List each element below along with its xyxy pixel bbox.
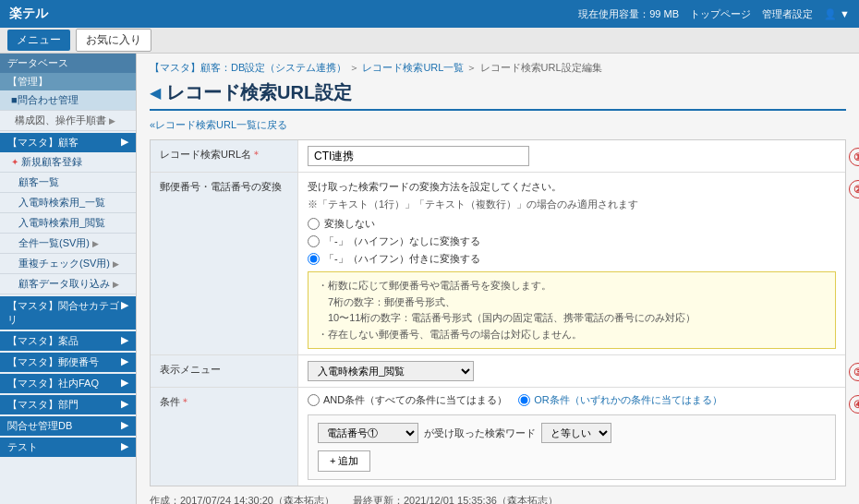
storage-info: 現在使用容量：99 MB bbox=[578, 7, 679, 21]
sidebar-group-customer[interactable]: 【マスタ】顧客▶ bbox=[0, 133, 136, 152]
form-row-menu: 表示メニュー 入電時検索用_閲覧 入電時検索用_一覧 顧客一覧 ③ bbox=[151, 355, 845, 388]
form-row-condition: 条件 ＊ AND条件（すべての条件に当てはまる） OR条件（いずれかの条件に当て… bbox=[151, 388, 845, 486]
add-condition-button[interactable]: + 追加 bbox=[318, 450, 370, 472]
radio-none[interactable]: 変換しない bbox=[308, 217, 836, 231]
sidebar-group-product[interactable]: 【マスタ】案品▶ bbox=[0, 331, 136, 351]
sidebar-item-customer-list[interactable]: 顧客一覧 bbox=[0, 173, 136, 193]
condition-row-1: 電話番号① 電話番号② FAX番号 メールアドレス が受け取った検索ワード と等… bbox=[318, 423, 826, 443]
radio-group-conversion: 変換しない 「-」（ハイフン）なしに変換する 「-」（ハイフン）付きに変換する bbox=[308, 217, 836, 266]
sidebar-item-search2[interactable]: 入電時検索用_閲覧 bbox=[0, 213, 136, 234]
breadcrumb: 【マスタ】顧客：DB設定（システム連携） ＞ レコード検索URL一覧 ＞ レコー… bbox=[150, 61, 846, 75]
header-right: 現在使用容量：99 MB トップページ 管理者設定 👤 ▼ bbox=[578, 7, 850, 21]
condition-field-select[interactable]: 電話番号① 電話番号② FAX番号 メールアドレス bbox=[318, 423, 418, 443]
favorite-button[interactable]: お気に入り bbox=[76, 29, 151, 52]
condition-box: 電話番号① 電話番号② FAX番号 メールアドレス が受け取った検索ワード と等… bbox=[308, 414, 836, 480]
form-label-conversion: 郵便番号・電話番号の変換 bbox=[151, 173, 298, 354]
sidebar-item-import[interactable]: 顧客データ取り込み▶ bbox=[0, 274, 136, 294]
menu-select[interactable]: 入電時検索用_閲覧 入電時検索用_一覧 顧客一覧 bbox=[308, 361, 474, 381]
sidebar-group-db[interactable]: 関合せ管理DB▶ bbox=[0, 416, 136, 436]
sidebar-group-zipcode[interactable]: 【マスタ】郵便番号▶ bbox=[0, 353, 136, 372]
condition-and-or: AND条件（すべての条件に当てはまる） OR条件（いずれかの条件に当てはまる） bbox=[308, 393, 836, 407]
main-layout: データベース 【管理】 ■問合わせ管理 構成図、操作手順書▶ 【マスタ】顧客▶ … bbox=[0, 54, 859, 504]
sidebar-database[interactable]: データベース bbox=[0, 54, 136, 73]
sidebar-group-faq[interactable]: 【マスタ】社内FAQ▶ bbox=[0, 374, 136, 393]
back-link-top[interactable]: «レコード検索URL一覧に戻る bbox=[150, 118, 846, 132]
conversion-hint-title: 受け取った検索ワードの変換方法を設定してください。 bbox=[308, 180, 836, 194]
number-circle-4: ④ bbox=[849, 395, 859, 414]
header: 楽テル 現在使用容量：99 MB トップページ 管理者設定 👤 ▼ bbox=[0, 0, 859, 28]
breadcrumb-part1[interactable]: 【マスタ】顧客：DB設定（システム連携） bbox=[150, 62, 346, 73]
form-row-url-name: レコード検索URL名 ＊ ① bbox=[151, 140, 845, 173]
form-value-condition: AND条件（すべての条件に当てはまる） OR条件（いずれかの条件に当てはまる） … bbox=[298, 388, 845, 486]
number-circle-2: ② bbox=[849, 180, 859, 198]
form-label-menu: 表示メニュー bbox=[151, 355, 298, 387]
radio-with-hyphen[interactable]: 「-」（ハイフン）付きに変換する bbox=[308, 252, 836, 266]
content-area: 【マスタ】顧客：DB設定（システム連携） ＞ レコード検索URL一覧 ＞ レコー… bbox=[137, 54, 859, 504]
sidebar-item-dup-check[interactable]: 重複チェック(SV用)▶ bbox=[0, 254, 136, 274]
radio-or[interactable]: OR条件（いずれかの条件に当てはまる） bbox=[518, 393, 722, 407]
form-value-conversion: 受け取った検索ワードの変換方法を設定してください。 ※「テキスト（1行）」「テキ… bbox=[298, 173, 845, 354]
required-mark-1: ＊ bbox=[251, 148, 261, 162]
form-container: レコード検索URL名 ＊ ① 郵便番号・電話番号の変換 受け取った検索ワードの変… bbox=[150, 139, 846, 486]
required-mark-4: ＊ bbox=[180, 395, 190, 409]
menu-button[interactable]: メニュー bbox=[7, 30, 70, 51]
radio-without-hyphen[interactable]: 「-」（ハイフン）なしに変換する bbox=[308, 234, 836, 248]
admin-link[interactable]: 管理者設定 bbox=[762, 7, 813, 21]
sidebar-management: 【管理】 bbox=[0, 73, 136, 90]
sidebar-item-all-sv[interactable]: 全件一覧(SV用)▶ bbox=[0, 234, 136, 254]
footer-info: 作成：2017/07/24 14:30:20（森本拓志） 最終更新：2021/1… bbox=[150, 494, 846, 504]
logo: 楽テル bbox=[9, 6, 48, 22]
breadcrumb-part3: レコード検索URL設定編集 bbox=[480, 62, 602, 73]
sidebar-item-new-customer[interactable]: ✦新規顧客登録 bbox=[0, 152, 136, 173]
sidebar-item-search1[interactable]: 入電時検索用_一覧 bbox=[0, 193, 136, 213]
hint-box-conversion: ・桁数に応じて郵便番号や電話番号を変換します。 7桁の数字：郵便番号形式、 10… bbox=[308, 271, 836, 349]
user-icon[interactable]: 👤 ▼ bbox=[824, 8, 850, 20]
sidebar-group-dept[interactable]: 【マスタ】部門▶ bbox=[0, 395, 136, 414]
sidebar: データベース 【管理】 ■問合わせ管理 構成図、操作手順書▶ 【マスタ】顧客▶ … bbox=[0, 54, 137, 504]
breadcrumb-part2[interactable]: レコード検索URL一覧 bbox=[362, 62, 464, 73]
form-row-conversion: 郵便番号・電話番号の変換 受け取った検索ワードの変換方法を設定してください。 ※… bbox=[151, 173, 845, 355]
page-title: レコード検索URL設定 bbox=[166, 80, 352, 105]
url-name-input[interactable] bbox=[308, 146, 529, 166]
created-info: 作成：2017/07/24 14:30:20（森本拓志） bbox=[150, 494, 334, 504]
breadcrumb-sep1: ＞ bbox=[349, 62, 359, 73]
sidebar-item-manual[interactable]: 構成図、操作手順書▶ bbox=[0, 111, 136, 131]
page-title-row: ◀ レコード検索URL設定 bbox=[150, 80, 846, 111]
updated-info: 最終更新：2021/12/01 15:35:36（森本拓志） bbox=[353, 494, 558, 504]
condition-middle-text: が受け取った検索ワード bbox=[424, 426, 536, 440]
number-circle-3: ③ bbox=[849, 363, 859, 381]
title-arrow-icon: ◀ bbox=[150, 84, 161, 102]
toolbar: メニュー お気に入り bbox=[0, 28, 859, 54]
radio-and[interactable]: AND条件（すべての条件に当てはまる） bbox=[308, 393, 507, 407]
breadcrumb-sep2: ＞ bbox=[466, 62, 477, 73]
sidebar-group-test[interactable]: テスト▶ bbox=[0, 438, 136, 457]
form-value-menu: 入電時検索用_閲覧 入電時検索用_一覧 顧客一覧 ③ bbox=[298, 355, 845, 387]
form-label-url-name: レコード検索URL名 ＊ bbox=[151, 140, 298, 172]
conversion-hint-sub: ※「テキスト（1行）」「テキスト（複数行）」の場合のみ適用されます bbox=[308, 198, 836, 211]
condition-op-select[interactable]: と等しい を含む で始まる bbox=[541, 423, 611, 443]
form-value-url-name: ① bbox=[298, 140, 845, 172]
number-circle-1: ① bbox=[849, 148, 859, 166]
sidebar-item-inquiry[interactable]: ■問合わせ管理 bbox=[0, 90, 136, 111]
form-label-condition: 条件 ＊ bbox=[151, 388, 298, 486]
sidebar-group-category[interactable]: 【マスタ】関合せカテゴリ▶ bbox=[0, 296, 136, 330]
top-page-link[interactable]: トップページ bbox=[690, 7, 751, 21]
